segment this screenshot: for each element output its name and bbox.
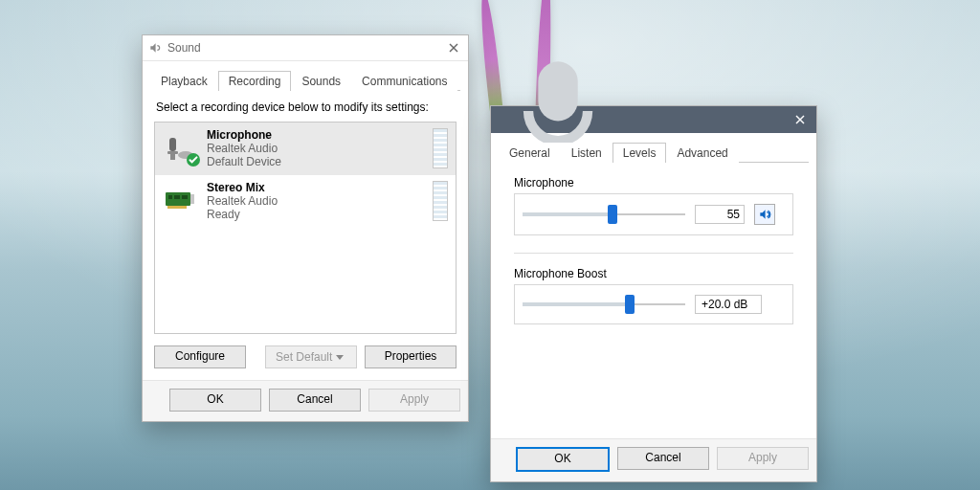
svg-rect-10	[182, 195, 188, 199]
cancel-button[interactable]: Cancel	[269, 389, 361, 412]
apply-button[interactable]: Apply	[368, 389, 460, 412]
svg-rect-12	[167, 206, 187, 209]
titlebar-mic-properties[interactable]: Microphone Properties	[491, 106, 816, 133]
device-item-microphone[interactable]: Microphone Realtek Audio Default Device	[155, 122, 456, 175]
microphone-boost-label: Microphone Boost	[514, 267, 793, 280]
soundcard-device-icon	[163, 186, 197, 216]
tab-sounds[interactable]: Sounds	[291, 71, 351, 91]
svg-rect-9	[174, 195, 180, 199]
ok-button[interactable]: OK	[516, 447, 610, 472]
divider	[514, 253, 793, 254]
tab-levels[interactable]: Levels	[612, 143, 667, 163]
microphone-boost-group: +20.0 dB	[514, 284, 793, 324]
configure-button[interactable]: Configure	[154, 345, 246, 368]
device-status: Default Device	[207, 155, 423, 168]
tab-listen[interactable]: Listen	[561, 143, 612, 163]
microphone-level-value[interactable]: 55	[695, 205, 745, 224]
titlebar-sound[interactable]: Sound	[143, 35, 468, 61]
level-meter	[433, 128, 448, 168]
window-sound: Sound Playback Recording Sounds Communic…	[142, 34, 469, 422]
svg-rect-3	[167, 151, 178, 154]
tab-communications[interactable]: Communications	[351, 71, 457, 91]
set-default-label: Set Default	[276, 347, 332, 367]
tab-advanced[interactable]: Advanced	[666, 143, 738, 163]
microphone-boost-slider[interactable]	[523, 297, 685, 312]
chevron-down-icon	[336, 355, 344, 360]
microphone-boost-value: +20.0 dB	[695, 295, 762, 314]
svg-rect-8	[168, 195, 172, 199]
tab-recording[interactable]: Recording	[218, 71, 292, 91]
mute-toggle-button[interactable]	[754, 204, 775, 225]
window-mic-properties: Microphone Properties General Listen Lev…	[490, 105, 817, 482]
microphone-level-slider[interactable]	[523, 207, 685, 222]
svg-rect-4	[170, 154, 175, 160]
microphone-level-label: Microphone	[514, 176, 793, 189]
instruction-text: Select a recording device below to modif…	[156, 100, 457, 114]
svg-rect-13	[538, 62, 577, 122]
apply-button[interactable]: Apply	[717, 447, 809, 470]
svg-rect-2	[169, 138, 176, 151]
device-driver: Realtek Audio	[207, 142, 423, 155]
microphone-device-icon	[163, 133, 197, 164]
close-icon[interactable]	[445, 39, 462, 56]
device-name: Microphone	[207, 128, 423, 142]
device-item-stereo-mix[interactable]: Stereo Mix Realtek Audio Ready	[155, 175, 456, 228]
tabs-sound: Playback Recording Sounds Communications	[143, 61, 468, 90]
ok-button[interactable]: OK	[169, 389, 261, 412]
level-meter	[433, 181, 448, 221]
device-list[interactable]: Microphone Realtek Audio Default Device	[154, 122, 457, 334]
tab-general[interactable]: General	[499, 143, 561, 163]
device-status: Ready	[207, 208, 423, 221]
properties-button[interactable]: Properties	[365, 345, 457, 368]
tab-playback[interactable]: Playback	[150, 71, 218, 91]
microphone-level-group: 55	[514, 193, 793, 235]
window-title: Sound	[167, 41, 201, 55]
speaker-icon	[148, 41, 162, 55]
cancel-button[interactable]: Cancel	[617, 447, 709, 470]
set-default-button[interactable]: Set Default	[265, 345, 357, 368]
close-icon[interactable]	[791, 111, 809, 128]
device-driver: Realtek Audio	[207, 194, 423, 208]
device-name: Stereo Mix	[207, 181, 423, 194]
svg-rect-11	[190, 194, 194, 204]
